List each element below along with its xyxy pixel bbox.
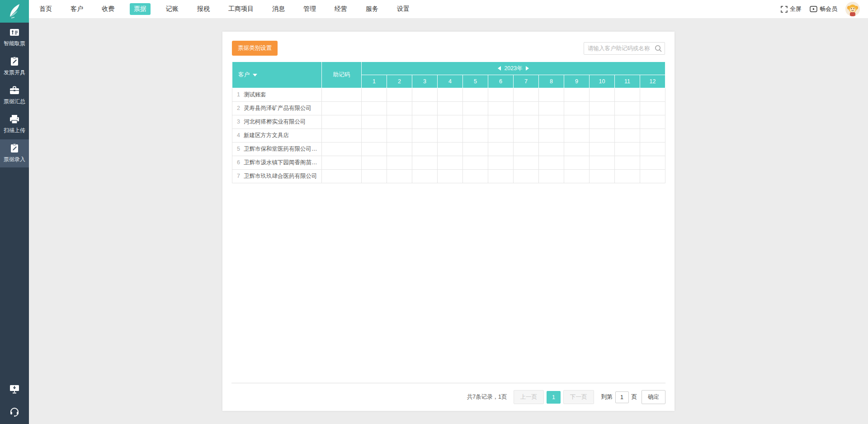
month-cell[interactable] <box>362 156 387 170</box>
month-header[interactable]: 2 <box>387 75 412 88</box>
nav-item-messages[interactable]: 消息 <box>269 3 288 15</box>
mnemonic-cell[interactable] <box>322 170 362 183</box>
month-cell[interactable] <box>590 170 615 183</box>
month-cell[interactable] <box>615 129 640 143</box>
month-cell[interactable] <box>412 102 438 115</box>
search-icon[interactable] <box>654 44 662 54</box>
month-header[interactable]: 1 <box>362 75 387 88</box>
month-cell[interactable] <box>539 115 564 129</box>
nav-item-bookkeeping[interactable]: 记账 <box>163 3 182 15</box>
month-header[interactable]: 9 <box>564 75 590 88</box>
month-header[interactable]: 7 <box>514 75 539 88</box>
month-cell[interactable] <box>640 88 665 102</box>
customer-search-input[interactable] <box>584 45 665 52</box>
month-cell[interactable] <box>387 170 412 183</box>
customer-name-cell[interactable]: 3河北柯搭桦实业有限公司 <box>232 115 322 129</box>
month-cell[interactable] <box>590 102 615 115</box>
month-cell[interactable] <box>564 115 590 129</box>
month-header[interactable]: 5 <box>463 75 488 88</box>
month-cell[interactable] <box>564 156 590 170</box>
month-cell[interactable] <box>488 143 514 156</box>
month-cell[interactable] <box>488 170 514 183</box>
month-header[interactable]: 4 <box>438 75 463 88</box>
month-cell[interactable] <box>488 115 514 129</box>
month-cell[interactable] <box>412 88 438 102</box>
month-cell[interactable] <box>564 170 590 183</box>
month-cell[interactable] <box>387 115 412 129</box>
month-cell[interactable] <box>438 143 463 156</box>
mnemonic-cell[interactable] <box>322 102 362 115</box>
month-cell[interactable] <box>514 143 539 156</box>
month-cell[interactable] <box>590 156 615 170</box>
sidebar-item-smart-ticket[interactable]: 智能取票 <box>0 24 29 52</box>
mnemonic-cell[interactable] <box>322 88 362 102</box>
customer-name-cell[interactable]: 5卫辉市保和堂医药有限公司击磬... <box>232 143 322 156</box>
next-page-button[interactable]: 下一页 <box>563 390 594 404</box>
month-header[interactable]: 11 <box>615 75 640 88</box>
month-cell[interactable] <box>539 170 564 183</box>
goto-page-input[interactable] <box>615 391 629 403</box>
month-cell[interactable] <box>412 143 438 156</box>
month-cell[interactable] <box>615 88 640 102</box>
customer-name-cell[interactable]: 4新建区方方文具店 <box>232 129 322 143</box>
mnemonic-cell[interactable] <box>322 129 362 143</box>
month-cell[interactable] <box>362 115 387 129</box>
month-cell[interactable] <box>438 102 463 115</box>
mnemonic-cell[interactable] <box>322 115 362 129</box>
month-cell[interactable] <box>615 170 640 183</box>
month-header[interactable]: 3 <box>412 75 438 88</box>
month-cell[interactable] <box>412 129 438 143</box>
customer-name-cell[interactable]: 6卫辉市汲水镇下园闻香阁苗木种... <box>232 156 322 170</box>
goto-confirm-button[interactable]: 确定 <box>642 390 665 404</box>
month-cell[interactable] <box>640 143 665 156</box>
month-cell[interactable] <box>387 129 412 143</box>
month-cell[interactable] <box>488 88 514 102</box>
sidebar-item-ticket-entry[interactable]: 票据录入 <box>0 139 29 167</box>
month-cell[interactable] <box>514 156 539 170</box>
month-cell[interactable] <box>488 156 514 170</box>
month-cell[interactable] <box>488 102 514 115</box>
month-cell[interactable] <box>590 115 615 129</box>
sort-caret-icon[interactable] <box>253 74 257 76</box>
customer-column-header[interactable]: 客户 <box>232 62 322 88</box>
sidebar-item-invoice-issue[interactable]: 发票开具 <box>0 52 29 81</box>
nav-item-services[interactable]: 服务 <box>363 3 382 15</box>
month-cell[interactable] <box>615 143 640 156</box>
nav-item-management[interactable]: 管理 <box>300 3 319 15</box>
nav-item-business-projects[interactable]: 工商项目 <box>225 3 257 15</box>
month-cell[interactable] <box>539 156 564 170</box>
month-cell[interactable] <box>640 129 665 143</box>
month-cell[interactable] <box>438 115 463 129</box>
month-cell[interactable] <box>362 88 387 102</box>
month-cell[interactable] <box>564 143 590 156</box>
month-cell[interactable] <box>615 115 640 129</box>
month-header[interactable]: 10 <box>590 75 615 88</box>
month-cell[interactable] <box>514 115 539 129</box>
nav-item-operations[interactable]: 经营 <box>331 3 350 15</box>
month-header[interactable]: 8 <box>539 75 564 88</box>
month-cell[interactable] <box>590 88 615 102</box>
nav-item-tickets[interactable]: 票据 <box>130 3 151 15</box>
month-cell[interactable] <box>640 170 665 183</box>
prev-year-arrow[interactable] <box>498 66 501 71</box>
nav-item-fees[interactable]: 收费 <box>99 3 118 15</box>
month-cell[interactable] <box>539 102 564 115</box>
month-cell[interactable] <box>564 88 590 102</box>
month-cell[interactable] <box>463 115 488 129</box>
mnemonic-cell[interactable] <box>322 143 362 156</box>
month-cell[interactable] <box>463 88 488 102</box>
month-cell[interactable] <box>438 129 463 143</box>
month-cell[interactable] <box>463 170 488 183</box>
nav-item-home[interactable]: 首页 <box>36 3 55 15</box>
month-cell[interactable] <box>463 143 488 156</box>
app-logo[interactable] <box>0 0 29 23</box>
month-cell[interactable] <box>640 156 665 170</box>
month-cell[interactable] <box>362 143 387 156</box>
user-avatar[interactable] <box>845 2 860 16</box>
sidebar-item-scan-upload[interactable]: 扫描上传 <box>0 110 29 138</box>
month-cell[interactable] <box>539 129 564 143</box>
month-cell[interactable] <box>539 143 564 156</box>
month-cell[interactable] <box>564 102 590 115</box>
month-cell[interactable] <box>463 102 488 115</box>
month-cell[interactable] <box>412 115 438 129</box>
